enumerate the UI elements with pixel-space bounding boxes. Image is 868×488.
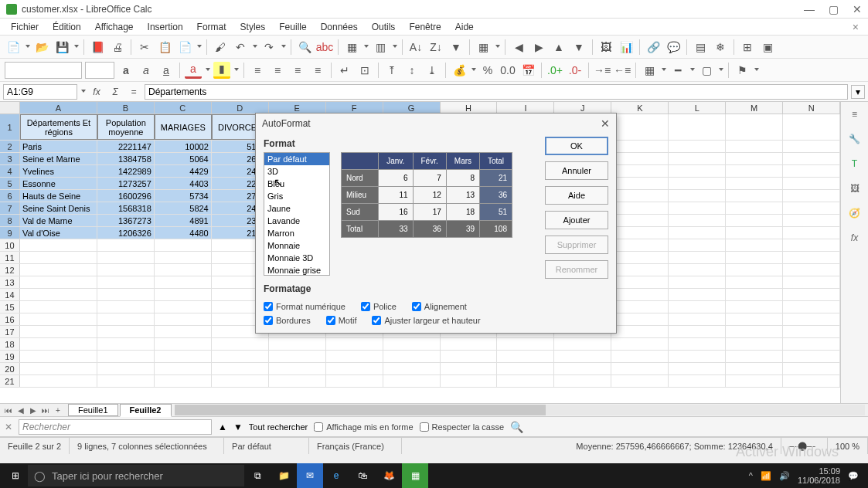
italic-icon[interactable]: a	[138, 62, 155, 79]
percent-icon[interactable]: %	[479, 62, 496, 79]
check-align[interactable]: Alignement	[412, 302, 467, 311]
menu-styles[interactable]: Styles	[234, 20, 272, 34]
tray-up-icon[interactable]: ^	[749, 471, 753, 480]
cell[interactable]: Seine Saint Denis	[20, 202, 97, 214]
row-header[interactable]: 19	[0, 351, 20, 362]
tray-volume-icon[interactable]: 🔊	[779, 471, 790, 481]
format-item[interactable]: 3D	[264, 165, 329, 178]
comment-icon[interactable]: 💬	[665, 39, 682, 56]
cell[interactable]: 4429	[155, 165, 212, 177]
font-name-combo[interactable]	[5, 62, 82, 79]
menu-outils[interactable]: Outils	[366, 20, 402, 34]
row-header[interactable]: 8	[0, 215, 20, 226]
split-icon[interactable]: ⊞	[739, 39, 756, 56]
cell[interactable]: 1206326	[97, 227, 155, 239]
sheet-tab-feuille2[interactable]: Feuille2	[120, 404, 172, 417]
underline-icon[interactable]: a	[158, 62, 175, 79]
align-justify-icon[interactable]: ≡	[309, 62, 326, 79]
col-header[interactable]: C	[155, 102, 212, 114]
border-color-icon[interactable]: ▢	[698, 62, 715, 79]
firefox-icon[interactable]: 🦊	[376, 463, 402, 488]
row-header[interactable]: 10	[0, 239, 20, 251]
check-numeric[interactable]: Format numérique	[264, 302, 345, 311]
spell-icon[interactable]: abc	[316, 39, 333, 56]
format-item[interactable]: Lavande	[264, 215, 329, 227]
zoom-level[interactable]: 100 %	[828, 438, 868, 454]
col-header[interactable]: A	[20, 102, 97, 114]
calc-icon[interactable]: ▦	[402, 463, 428, 488]
nav-up-icon[interactable]: ▲	[550, 39, 567, 56]
format-item[interactable]: Monnaie grise	[264, 264, 329, 276]
cond-format-icon[interactable]: ⚑	[734, 62, 751, 79]
tray-time[interactable]: 15:09	[798, 466, 840, 476]
edge-icon[interactable]: e	[323, 463, 349, 488]
copy-icon[interactable]: 📋	[156, 39, 173, 56]
task-view-icon[interactable]: ⧉	[244, 463, 271, 488]
cell[interactable]: 1568318	[97, 202, 155, 214]
paste-icon[interactable]: 📄	[176, 39, 193, 56]
image-icon[interactable]: 🖼	[597, 39, 614, 56]
menu-edition[interactable]: Édition	[46, 20, 87, 34]
highlight-icon[interactable]: ▮	[213, 62, 230, 79]
rename-button[interactable]: Renommer	[545, 260, 608, 279]
cell[interactable]: 4480	[155, 227, 212, 239]
save-icon[interactable]: 💾	[53, 39, 70, 56]
header-icon[interactable]: ▤	[692, 39, 709, 56]
sidebar-fx-icon[interactable]: fx	[846, 229, 864, 247]
row-header[interactable]: 2	[0, 141, 20, 152]
row-header[interactable]: 13	[0, 276, 20, 288]
outlook-icon[interactable]: ✉	[297, 463, 323, 488]
row-header[interactable]: 11	[0, 252, 20, 263]
row-header[interactable]: 1	[0, 114, 20, 140]
cell[interactable]: 2221147	[97, 141, 155, 152]
menu-fenetre[interactable]: Fenêtre	[403, 20, 447, 34]
sidebar-navigator-icon[interactable]: 🖼	[846, 179, 864, 198]
taskbar-search[interactable]: ◯ Taper ici pour rechercher	[28, 465, 244, 486]
minimize-button[interactable]: —	[804, 3, 815, 15]
align-left-icon[interactable]: ≡	[249, 62, 266, 79]
sidebar-properties-icon[interactable]: ≡	[846, 105, 864, 124]
cut-icon[interactable]: ✂	[136, 39, 153, 56]
cell[interactable]: Essonne	[20, 178, 97, 189]
undo-icon[interactable]: ↶	[232, 39, 249, 56]
font-color-icon[interactable]: a	[185, 62, 202, 79]
redo-icon[interactable]: ↷	[260, 39, 277, 56]
col-header[interactable]: M	[726, 102, 783, 114]
cancel-button[interactable]: Annuler	[545, 161, 608, 180]
row-header[interactable]: 14	[0, 289, 20, 300]
sidebar-functions-icon[interactable]: 🧭	[846, 204, 864, 222]
col-header[interactable]: E	[269, 102, 326, 114]
align-center-icon[interactable]: ≡	[269, 62, 286, 79]
find-next-icon[interactable]: ▼	[233, 422, 243, 432]
nav-left-icon[interactable]: ◀	[510, 39, 527, 56]
start-button[interactable]: ⊞	[3, 463, 28, 488]
menu-aide[interactable]: Aide	[449, 20, 480, 34]
format-item[interactable]: Monnaie	[264, 239, 329, 252]
filter-icon[interactable]: ▼	[448, 39, 465, 56]
freeze-icon[interactable]: ❄	[712, 39, 729, 56]
cell[interactable]: 4891	[155, 215, 212, 226]
cell[interactable]: Hauts de Seine	[20, 190, 97, 202]
row-header[interactable]: 7	[0, 202, 20, 214]
find-close-icon[interactable]: ✕	[5, 422, 12, 432]
cell[interactable]: 1384758	[97, 153, 155, 164]
col-header[interactable]: K	[611, 102, 669, 114]
pdf-icon[interactable]: 📕	[89, 39, 106, 56]
cell[interactable]: 5734	[155, 190, 212, 202]
row-header[interactable]: 18	[0, 338, 20, 350]
expand-formula-icon[interactable]: ▾	[851, 85, 865, 99]
row-icon[interactable]: ▦	[343, 39, 360, 56]
row-header[interactable]: 5	[0, 178, 20, 189]
col-header[interactable]: L	[669, 102, 726, 114]
cell[interactable]: Seine et Marne	[20, 153, 97, 164]
wrap-icon[interactable]: ↵	[336, 62, 353, 79]
tray-notification-icon[interactable]: 💬	[848, 471, 859, 481]
nav-down-icon[interactable]: ▼	[570, 39, 587, 56]
merge-icon[interactable]: ⊡	[356, 62, 373, 79]
row-header[interactable]: 4	[0, 165, 20, 177]
valign-bot-icon[interactable]: ⤓	[424, 62, 441, 79]
date-icon[interactable]: 📅	[519, 62, 536, 79]
link-icon[interactable]: 🔗	[645, 39, 662, 56]
cell[interactable]: 1273257	[97, 178, 155, 189]
font-size-combo[interactable]	[85, 62, 114, 79]
